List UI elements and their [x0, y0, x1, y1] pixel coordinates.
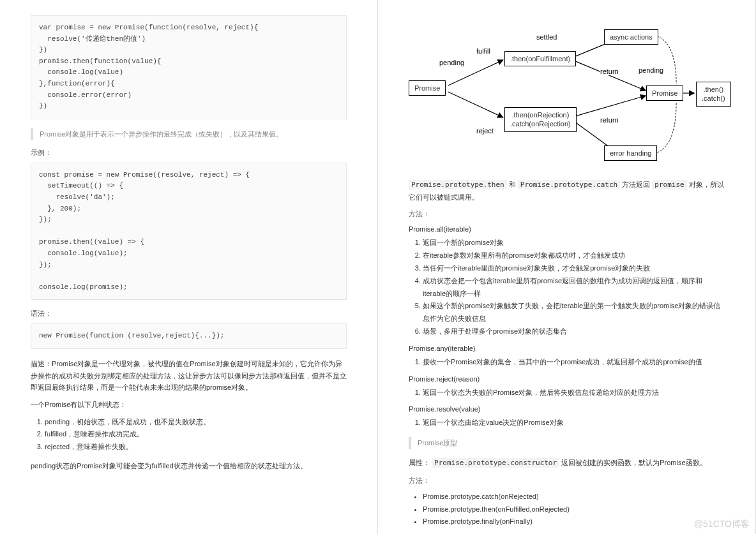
page-right: Promise pending fulfill reject settled .…: [378, 0, 756, 534]
diagram-label-return1: return: [600, 68, 619, 75]
quote-promise-def: Promise对象是用于表示一个异步操作的最终完成（或失败），以及其结果值。: [31, 128, 347, 140]
diagram-box-promise2: Promise: [646, 85, 683, 101]
any-list: 接收一个Promise对象的集合，当其中的一个promise成功，就返回那个成功…: [409, 356, 725, 369]
list-item: 返回一个状态由给定value决定的Promise对象: [423, 417, 725, 429]
list-item: 接收一个Promise对象的集合，当其中的一个promise成功，就返回那个成功…: [423, 356, 725, 369]
list-item: 如果这个新的promise对象触发了失败，会把iterable里的第一个触发失败…: [423, 300, 725, 325]
reject-title: Promise.reject(reason): [409, 375, 725, 383]
inline-code: Promise.prototype.then: [409, 180, 507, 189]
diagram-box-then-catch: .then() .catch(): [696, 82, 731, 107]
list-item: Promise.prototype.catch(onRejected): [423, 491, 725, 503]
state-item: pending，初始状态，既不是成功，也不是失败状态。: [45, 416, 347, 429]
diagram-label-pending2: pending: [639, 66, 663, 74]
list-item: Promise.prototype.then(onFulfilled,onRej…: [423, 503, 725, 516]
attr-line: 属性： Promise.prototype.constructor 返回被创建的…: [409, 457, 725, 470]
svg-line-3: [575, 61, 646, 91]
svg-line-4: [575, 96, 646, 116]
all-title: Promise.all(iterable): [409, 225, 725, 233]
states-intro: 一个Promise有以下几种状态：: [31, 399, 347, 411]
list-item: 在iterable参数对象里所有的promise对象都成功时，才会触发成功: [423, 249, 725, 262]
list-item: 当任何一个iterable里面的promise对象失败，才会触发promise对…: [423, 262, 725, 275]
page-left: var promise = new Promise(function(resol…: [0, 0, 378, 534]
resolve-list: 返回一个状态由给定value决定的Promise对象: [409, 417, 725, 429]
any-title: Promise.any(iterable): [409, 345, 725, 352]
text: 方法返回: [622, 181, 650, 188]
text: 返回被创建的实例函数，默认为Promise函数。: [561, 459, 706, 466]
methods-label: 方法：: [409, 209, 725, 219]
diagram-label-fulfill: fulfill: [476, 47, 490, 55]
diagram-box-then-reject: .then(onRejection) .catch(onRejection): [504, 107, 577, 132]
diagram-label-return2: return: [600, 116, 619, 124]
diagram-label-settled: settled: [536, 33, 557, 41]
diagram-box-then-fulfill: .then(onFulfillment): [504, 51, 576, 66]
code-block-3: new Promise(function (resolve,reject){..…: [31, 323, 347, 349]
list-item: 返回一个新的promise对象: [423, 237, 725, 249]
description-para: 描述：Promise对象是一个代理对象，被代理的值在Promise对象创建时可能…: [31, 358, 347, 394]
diagram-label-reject: reject: [476, 127, 494, 135]
inline-code: Promise.prototype.constructor: [432, 458, 559, 468]
diagram-label-pending: pending: [439, 59, 464, 66]
code-block-2: const promise = new Promise((resolve, re…: [31, 163, 347, 300]
proto-quote: Promise原型: [409, 437, 725, 449]
list-item: 成功状态会把一个包含iterable里所有promise返回值的数组作为成功回调…: [423, 275, 725, 300]
chain-note: Promise.prototype.then 和 Promise.prototy…: [409, 179, 725, 203]
diagram-box-error-handing: error handing: [604, 145, 657, 161]
promise-flow-diagram: Promise pending fulfill reject settled .…: [409, 15, 725, 168]
inline-code: promise: [652, 180, 686, 189]
example-label: 示例：: [31, 148, 347, 158]
svg-line-1: [448, 92, 503, 117]
diagram-box-async-actions: async actions: [604, 29, 658, 45]
list-item: 返回一个状态为失败的Promise对象，然后将失败信息传递给对应的处理方法: [423, 387, 725, 399]
resolve-title: Promise.resolve(value): [409, 405, 725, 413]
state-item: fulfilled，意味着操作成功完成。: [45, 428, 347, 441]
proto-methods-list: Promise.prototype.catch(onRejected) Prom…: [409, 491, 725, 528]
state-item: rejected，意味着操作失败。: [45, 441, 347, 454]
states-list: pending，初始状态，既不是成功，也不是失败状态。 fulfilled，意味…: [31, 416, 347, 454]
reject-list: 返回一个状态为失败的Promise对象，然后将失败信息传递给对应的处理方法: [409, 387, 725, 399]
text: 和: [509, 181, 516, 188]
list-item: Promise.prototype.finally(onFinally): [423, 515, 725, 528]
all-list: 返回一个新的promise对象 在iterable参数对象里所有的promise…: [409, 237, 725, 337]
pending-note: pending状态的Promise对象可能会变为fulfilled状态并传递一个…: [31, 460, 347, 472]
inline-code: Promise.prototype.catch: [518, 180, 620, 189]
diagram-box-promise: Promise: [409, 80, 446, 96]
attr-label: 属性：: [409, 459, 430, 466]
syntax-label: 语法：: [31, 309, 347, 318]
watermark: @51CTO博客: [694, 519, 750, 530]
list-item: 场景，多用于处理多个promise对象的状态集合: [423, 325, 725, 338]
code-block-1: var promise = new Promise(function(resol…: [31, 15, 347, 119]
methods2-label: 方法：: [409, 476, 725, 486]
